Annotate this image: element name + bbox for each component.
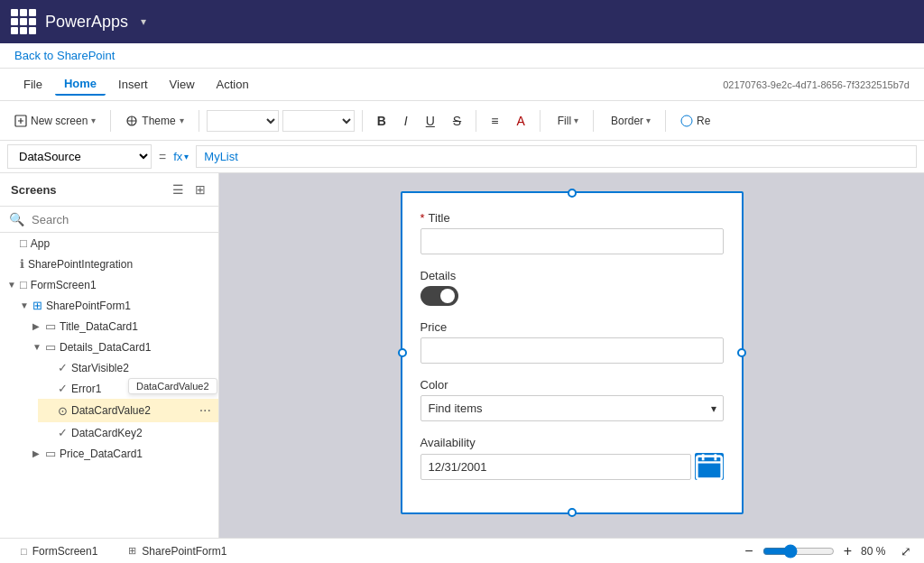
border-button[interactable]: Border ▾ — [601, 111, 658, 131]
breadcrumb-link[interactable]: Back to SharePoint — [14, 49, 115, 62]
zoom-slider[interactable] — [762, 544, 835, 558]
border-chevron: ▾ — [646, 115, 651, 125]
waffle-menu[interactable] — [11, 9, 36, 34]
menu-file[interactable]: File — [14, 74, 51, 95]
tree-item-formscreen1[interactable]: ▼ □ FormScreen1 — [0, 274, 218, 295]
card-icon-title: ▭ — [45, 319, 56, 333]
form-field-title: * Title — [420, 211, 724, 254]
tree-label-datacardvalue2: DataCardValue2 — [71, 404, 151, 417]
handle-bottom[interactable] — [568, 508, 577, 517]
form-label-availability: Availability — [420, 436, 724, 449]
tree-label-app: App — [31, 237, 50, 250]
equals-sign: = — [159, 150, 166, 164]
tree-item-title-datacard1[interactable]: ▶ ▭ Title_DataCard1 — [25, 316, 218, 337]
svg-rect-4 — [697, 457, 721, 479]
bold-button[interactable]: B — [370, 110, 393, 132]
required-star-title: * — [420, 211, 425, 225]
fx-button[interactable]: fx ▾ — [173, 150, 189, 163]
formscreen1-tab-icon: □ — [21, 546, 27, 557]
tree-label-details-datacard1: Details_DataCard1 — [60, 341, 151, 354]
theme-button[interactable]: Theme ▾ — [118, 111, 190, 131]
formula-input[interactable] — [196, 145, 917, 168]
menu-view[interactable]: View — [161, 74, 204, 95]
handle-left[interactable] — [398, 348, 407, 357]
tree-chevron-ddc1: ▼ — [32, 342, 45, 352]
status-bar: □ FormScreen1 ⊞ SharePointForm1 − + 80 %… — [0, 538, 924, 563]
underline-button[interactable]: U — [419, 110, 442, 132]
color-select[interactable]: Find items — [420, 395, 724, 421]
text-color-button[interactable]: A — [509, 110, 531, 132]
price-input[interactable] — [420, 337, 724, 364]
form-field-details: Details — [420, 269, 724, 306]
font-size-select[interactable] — [282, 110, 355, 132]
sidebar-grid-view-button[interactable]: ⊞ — [193, 180, 208, 198]
tree-item-sharepointform1[interactable]: ▼ ⊞ SharePointForm1 — [13, 295, 218, 316]
font-family-select[interactable] — [207, 110, 279, 132]
re-button[interactable]: Re — [673, 111, 717, 131]
menu-insert[interactable]: Insert — [109, 74, 157, 95]
details-toggle[interactable] — [420, 286, 458, 306]
form-label-title: * Title — [420, 211, 724, 225]
zoom-level: 80 % — [861, 545, 893, 558]
tree-label-formscreen1: FormScreen1 — [31, 279, 97, 291]
tree-chevron-pdc1: ▶ — [32, 448, 45, 458]
tree-item-price-datacard1[interactable]: ▶ ▭ Price_DataCard1 — [25, 443, 218, 464]
strikethrough-button[interactable]: S — [446, 110, 468, 132]
toolbar-separator-5 — [540, 110, 541, 132]
sidebar-header: Screens ☰ ⊞ — [0, 173, 218, 207]
align-left-button[interactable]: ≡ — [484, 110, 505, 132]
zoom-decrease-button[interactable]: − — [741, 541, 756, 561]
italic-button[interactable]: I — [397, 110, 415, 132]
form-field-availability: Availability — [420, 436, 724, 480]
tree-label-starvisible2: StarVisible2 — [71, 362, 129, 374]
calendar-button[interactable] — [695, 453, 724, 480]
formula-selector[interactable]: DataSource — [7, 144, 152, 169]
form-card: * Title Details Price — [401, 191, 744, 514]
app-chevron-icon[interactable]: ▾ — [141, 15, 146, 28]
toggle-knob — [440, 289, 455, 303]
handle-right[interactable] — [737, 348, 746, 357]
toolbar-separator-7 — [665, 110, 666, 132]
fill-button[interactable]: Fill ▾ — [548, 111, 586, 131]
form-field-price: Price — [420, 320, 724, 364]
search-icon: 🔍 — [9, 212, 24, 226]
toolbar-separator-6 — [593, 110, 594, 132]
tree-item-datacardkey2[interactable]: ✓ DataCardKey2 — [38, 422, 218, 443]
check-icon-sv2: ✓ — [58, 361, 68, 374]
title-input[interactable] — [420, 228, 724, 254]
tree-item-error1[interactable]: ✓ Error1 DataCardValue2 — [38, 378, 218, 399]
title-bar: PowerApps ▾ — [0, 0, 924, 43]
new-screen-button[interactable]: New screen ▾ — [7, 111, 103, 131]
menu-bar: File Home Insert View Action 02170763-9e… — [0, 69, 924, 101]
spf1-tab-icon: ⊞ — [128, 545, 136, 557]
check-icon-e1: ✓ — [58, 382, 68, 395]
sidebar-list-view-button[interactable]: ☰ — [171, 180, 186, 198]
tree-item-details-datacard1[interactable]: ▼ ▭ Details_DataCard1 — [25, 337, 218, 357]
tree-label-datacardkey2: DataCardKey2 — [71, 427, 143, 439]
datacardvalue2-tooltip: DataCardValue2 — [128, 378, 217, 394]
zoom-increase-button[interactable]: + — [840, 541, 855, 561]
status-tab-formscreen1[interactable]: □ FormScreen1 — [11, 540, 107, 562]
calendar-icon — [695, 452, 724, 481]
tree-item-sharepoint-integration[interactable]: ℹ SharePointIntegration — [0, 254, 218, 274]
tree-item-starvisible2[interactable]: ✓ StarVisible2 — [38, 357, 218, 378]
menu-home[interactable]: Home — [55, 73, 106, 96]
app-name: PowerApps — [45, 13, 128, 32]
tree-item-datacardvalue2[interactable]: ⊙ DataCardValue2 ··· — [38, 399, 218, 422]
status-tab-sharepointform1[interactable]: ⊞ SharePointForm1 — [118, 540, 236, 562]
form-label-price: Price — [420, 320, 724, 334]
tree-label-price-datacard1: Price_DataCard1 — [60, 448, 143, 460]
toolbar-separator-2 — [199, 110, 199, 132]
zoom-fit-button[interactable]: ⤢ — [899, 542, 913, 560]
card-icon-details: ▭ — [45, 340, 56, 354]
color-select-wrap: Find items ▾ — [420, 395, 724, 421]
more-options-button[interactable]: ··· — [199, 402, 211, 419]
tree-chevron-spf1: ▼ — [20, 300, 32, 310]
menu-action[interactable]: Action — [208, 74, 258, 95]
tree-item-app[interactable]: □ App — [0, 233, 218, 254]
search-input[interactable] — [32, 213, 209, 226]
sidebar: Screens ☰ ⊞ 🔍 □ App ℹ SharePointIntegrat… — [0, 173, 219, 538]
availability-date-input[interactable] — [420, 454, 691, 480]
handle-top[interactable] — [568, 189, 577, 198]
toolbar-separator — [110, 110, 111, 132]
